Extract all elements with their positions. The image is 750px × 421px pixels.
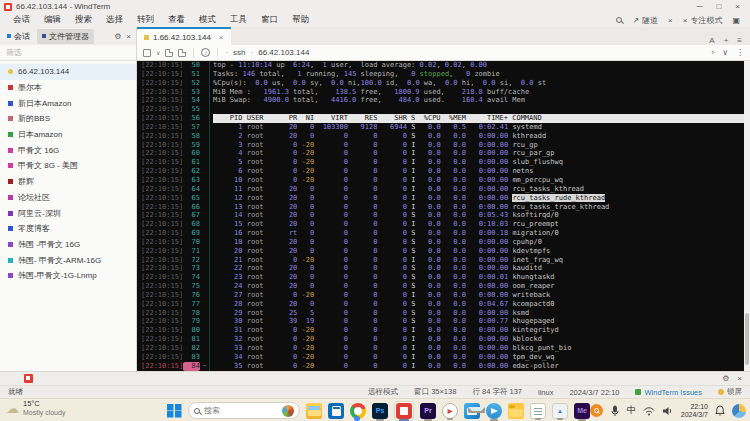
taskbar-search[interactable] bbox=[188, 402, 300, 419]
sidebar-tab-sessions[interactable]: 会话 bbox=[2, 29, 35, 44]
session-item[interactable]: 阿里云-深圳 bbox=[0, 205, 136, 221]
terminal-line: [22:10:15]74 23 root 20 0 0 0 0 S 0.0 0.… bbox=[137, 273, 750, 282]
duplicate-pane-icon[interactable] bbox=[178, 49, 186, 57]
taskbar-folder-icon[interactable] bbox=[508, 403, 524, 419]
footer-app-icon[interactable] bbox=[24, 374, 33, 383]
taskbar-premiere-icon[interactable]: Pr bbox=[420, 403, 436, 419]
font-size-button[interactable]: A bbox=[709, 36, 714, 45]
weather-desc: Mostly cloudy bbox=[23, 409, 65, 417]
taskbar-capcut-icon[interactable]: ▲ bbox=[552, 403, 568, 419]
disconnect-button[interactable]: × bbox=[668, 16, 673, 25]
status-lock-screen[interactable]: 锁屏 bbox=[718, 387, 742, 397]
session-item[interactable]: 甲骨文 8G - 美国 bbox=[0, 158, 136, 174]
taskbar-telegram-icon[interactable] bbox=[486, 403, 502, 419]
close-button[interactable]: × bbox=[735, 2, 740, 11]
new-pane-icon[interactable] bbox=[165, 49, 173, 57]
sidebar-close-icon[interactable]: × bbox=[126, 32, 131, 41]
more-button[interactable]: ⋮ bbox=[736, 48, 744, 57]
session-item[interactable]: 论坛社区 bbox=[0, 190, 136, 206]
status-cursor-pos[interactable]: 行 84 字符 137 bbox=[472, 387, 522, 397]
tray-listary-icon[interactable] bbox=[590, 404, 603, 417]
start-button[interactable] bbox=[166, 403, 182, 419]
tab-list-button[interactable]: ≡ bbox=[737, 36, 742, 45]
taskbar-notes-icon[interactable] bbox=[530, 403, 546, 419]
session-item[interactable]: 66.42.103.144 bbox=[0, 64, 136, 80]
terminal-line: [22:10:15]58 2 root 20 0 0 0 0 S 0.0 0.0… bbox=[137, 132, 750, 141]
run-button[interactable]: › bbox=[711, 48, 714, 57]
scrollbar-thumb[interactable] bbox=[745, 313, 749, 365]
session-filter-input[interactable] bbox=[6, 48, 130, 57]
sidebar-settings-icon[interactable]: ⚙ bbox=[114, 32, 121, 41]
menu-item-1[interactable]: 编辑 bbox=[37, 14, 68, 26]
menu-item-5[interactable]: 查看 bbox=[161, 14, 192, 26]
sidebar-tab-file-manager[interactable]: 文件管理器 bbox=[37, 29, 94, 44]
line-number: 58 bbox=[183, 132, 200, 141]
session-item[interactable]: 甲骨文 16G bbox=[0, 142, 136, 158]
taskbar-search-input[interactable] bbox=[204, 406, 264, 415]
session-item[interactable]: 新日本Amazon bbox=[0, 95, 136, 111]
terminal-line: [22:10:15]51Tasks: 146 total, 1 running,… bbox=[137, 70, 750, 79]
tab-close-icon[interactable]: × bbox=[219, 33, 224, 42]
search-icon[interactable] bbox=[616, 17, 622, 23]
minimize-button[interactable]: ─ bbox=[697, 2, 703, 11]
session-item[interactable]: 日本amazon bbox=[0, 127, 136, 143]
line-timestamp: [22:10:15] bbox=[137, 220, 183, 229]
status-os[interactable]: linux bbox=[538, 388, 553, 397]
tray-wifi-icon[interactable] bbox=[643, 406, 655, 416]
menu-item-0[interactable]: 会话 bbox=[6, 14, 37, 26]
taskbar-weather-widget[interactable]: ☁ 15°C Mostly cloudy bbox=[6, 400, 65, 417]
menu-item-7[interactable]: 工具 bbox=[223, 14, 254, 26]
split-dropdown-icon[interactable]: ∨ bbox=[156, 49, 160, 56]
session-item[interactable]: 墨尔本 bbox=[0, 80, 136, 96]
session-item[interactable]: 韩国-甲骨文-1G-Lnmp bbox=[0, 268, 136, 284]
terminal-scrollbar[interactable] bbox=[744, 61, 750, 371]
taskbar-potplayer-icon[interactable]: ▶ bbox=[442, 403, 458, 419]
tray-weather-icon[interactable] bbox=[732, 404, 746, 418]
status-mode[interactable]: 远程模式 bbox=[368, 387, 398, 397]
search-highlight-icon[interactable] bbox=[282, 405, 294, 417]
taskbar-photoshop-icon[interactable]: Ps bbox=[372, 403, 388, 419]
split-pane-icon[interactable] bbox=[143, 49, 151, 57]
status-datetime[interactable]: 2024/3/7 22:10 bbox=[569, 388, 619, 397]
dropdown-button[interactable]: ∨ bbox=[722, 48, 728, 57]
line-content: 5 root 0 -20 0 0 0 I 0.0 0.0 0:00.00 slu… bbox=[213, 158, 750, 167]
tray-clock[interactable]: 22:10 2024/3/7 bbox=[681, 403, 708, 418]
session-item[interactable]: 新的BBS bbox=[0, 111, 136, 127]
session-tab[interactable]: 1.66.42.103.144 × bbox=[137, 27, 231, 45]
maximize-button[interactable]: □ bbox=[716, 2, 721, 11]
info-icon[interactable]: i bbox=[201, 48, 210, 57]
line-number: 60 bbox=[183, 149, 200, 158]
line-timestamp: [22:10:15] bbox=[137, 114, 183, 123]
tray-volume-icon[interactable] bbox=[662, 406, 674, 416]
session-item[interactable]: 韩国 -甲骨文 16G bbox=[0, 237, 136, 253]
new-tab-button[interactable]: + bbox=[724, 36, 729, 45]
taskbar-mail-icon[interactable] bbox=[464, 403, 480, 419]
line-number: 71 bbox=[183, 247, 200, 256]
tunnel-button[interactable]: ↗隧道 bbox=[632, 15, 658, 26]
menu-item-4[interactable]: 转到 bbox=[130, 14, 161, 26]
session-item[interactable]: 零度博客 bbox=[0, 221, 136, 237]
footer-close-icon[interactable]: × bbox=[737, 374, 742, 383]
tray-ime-indicator[interactable]: 中 bbox=[627, 404, 636, 417]
menu-item-2[interactable]: 搜索 bbox=[68, 14, 99, 26]
line-number: 50 bbox=[183, 61, 200, 70]
taskbar-chrome-icon[interactable] bbox=[350, 403, 366, 419]
terminal-output[interactable]: [22:10:15]50top - 11:10:14 up 6:24, 1 us… bbox=[137, 61, 750, 371]
windterm-issues-link[interactable]: WindTerm Issues bbox=[635, 388, 702, 397]
taskbar-store-icon[interactable] bbox=[328, 403, 344, 419]
tray-mic-icon[interactable] bbox=[610, 405, 620, 417]
taskbar-explorer-icon[interactable] bbox=[306, 403, 322, 419]
menu-item-8[interactable]: 窗口 bbox=[254, 14, 285, 26]
focus-mode-button[interactable]: ×专注模式 bbox=[683, 15, 723, 26]
tray-notifications-icon[interactable] bbox=[715, 405, 725, 416]
menu-item-3[interactable]: 选择 bbox=[99, 14, 130, 26]
menu-item-9[interactable]: 帮助 bbox=[285, 14, 316, 26]
taskbar-windterm-icon[interactable] bbox=[396, 403, 412, 419]
session-item[interactable]: 韩国- 甲骨文-ARM-16G bbox=[0, 252, 136, 268]
menu-item-6[interactable]: 模式 bbox=[192, 14, 223, 26]
session-item[interactable]: 群辉 bbox=[0, 174, 136, 190]
footer-settings-icon[interactable]: ⚙ bbox=[722, 374, 729, 383]
tray-expand-icon[interactable]: ∧ bbox=[577, 406, 583, 415]
status-window-size[interactable]: 窗口 35×138 bbox=[414, 387, 456, 397]
layout-button[interactable]: ▣ bbox=[732, 16, 740, 25]
